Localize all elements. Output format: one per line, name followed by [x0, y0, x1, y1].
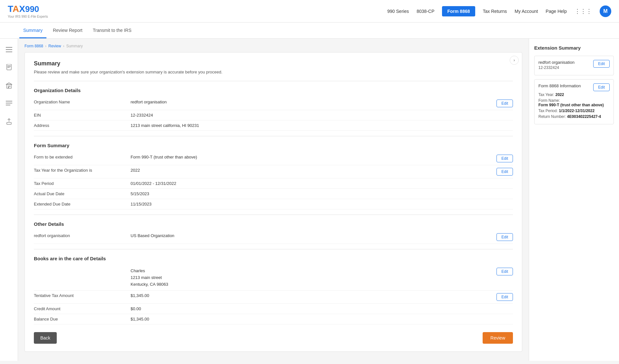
ext-form-name-line: Form Name: Form 990-T (trust other than …: [538, 98, 610, 107]
actual-due-date-value: 5/15/2023: [131, 191, 513, 196]
sidebar-menu-icon[interactable]: [3, 44, 15, 55]
ext-tax-year-label: Tax Year:: [538, 92, 554, 97]
ext-form-section: Form 8868 Information Edit Tax Year: 202…: [534, 79, 614, 124]
svg-rect-3: [7, 64, 11, 70]
org-name-label: Organization Name: [34, 100, 131, 104]
nav-990-series[interactable]: 990 Series: [387, 9, 409, 14]
ext-form-name-label: Form Name:: [538, 98, 560, 103]
ein-label: EIN: [34, 113, 131, 118]
grid-icon[interactable]: ⋮⋮⋮: [575, 8, 592, 15]
ext-return-number-line: Return Number: 4E003402225427-4: [538, 114, 610, 119]
breadcrumb-summary: Summary: [66, 44, 83, 48]
ext-tax-year-value: 2022: [555, 92, 564, 97]
address-label: Address: [34, 123, 131, 128]
breadcrumb-review[interactable]: Review: [48, 44, 61, 48]
ext-tax-period-line: Tax Period: 1/1/2022-12/31/2022: [538, 109, 610, 113]
books-contact-row: Charles 1213 main street Kentucky, CA 98…: [34, 265, 513, 291]
ein-row: EIN 12-2332424: [34, 110, 513, 120]
breadcrumb-sep1: ›: [45, 44, 46, 48]
svg-rect-8: [8, 86, 9, 87]
tax-year-edit-button[interactable]: Edit: [496, 168, 513, 176]
tentative-tax-row: Tentative Tax Amount $1,345.00 Edit: [34, 291, 513, 304]
logo-tax: T: [8, 4, 13, 14]
svg-rect-4: [7, 65, 11, 66]
breadcrumb-sep2: ›: [63, 44, 64, 48]
svg-rect-14: [6, 105, 10, 105]
ext-tax-period-label: Tax Period:: [538, 109, 558, 113]
books-contact-address2: Kentucky, CA 98063: [131, 282, 168, 287]
nav-8038cp[interactable]: 8038-CP: [417, 9, 434, 14]
tentative-tax-edit-button[interactable]: Edit: [496, 293, 513, 301]
tax-year-value: 2022: [131, 168, 496, 173]
bottom-actions: Back Review: [34, 332, 513, 344]
header-nav: 990 Series 8038-CP Form 8868 Tax Returns…: [387, 5, 611, 17]
review-button[interactable]: Review: [483, 332, 513, 344]
avatar[interactable]: M: [600, 5, 611, 17]
ext-form-info-title: Form 8868 Information: [538, 83, 581, 88]
tax-year-row: Tax Year for the Organization is 2022 Ed…: [34, 165, 513, 178]
main-content: Form 8868 › Review › Summary › Summary P…: [18, 39, 529, 361]
tab-bar: Summary Review Report Transmit to the IR…: [0, 23, 619, 39]
svg-rect-9: [9, 86, 10, 87]
form-extended-value: Form 990-T (trust other than above): [131, 155, 496, 159]
org-type-edit-button[interactable]: Edit: [496, 233, 513, 241]
svg-rect-15: [7, 122, 11, 124]
org-name-edit-button[interactable]: Edit: [496, 100, 513, 107]
main-layout: Form 8868 › Review › Summary › Summary P…: [0, 39, 619, 361]
sidebar-document-icon[interactable]: [3, 62, 15, 73]
balance-due-value: $1,345.00: [131, 317, 513, 321]
books-details-title: Books are in the care of Details: [34, 256, 513, 261]
logo-subtitle: Your IRS 990 E-File Experts: [8, 15, 48, 18]
tentative-tax-value: $1,345.00: [131, 293, 496, 298]
address-row: Address 1213 main street california, HI …: [34, 120, 513, 131]
org-type-row: redfort organisation US Based Organizati…: [34, 231, 513, 244]
tab-summary[interactable]: Summary: [19, 23, 46, 38]
tab-transmit-irs[interactable]: Transmit to the IRS: [89, 23, 135, 38]
nav-page-help[interactable]: Page Help: [546, 9, 567, 14]
form-extended-edit-button[interactable]: Edit: [496, 155, 513, 162]
svg-rect-13: [6, 103, 12, 103]
breadcrumb-form8868[interactable]: Form 8868: [25, 44, 43, 48]
collapse-toggle[interactable]: ›: [510, 56, 519, 65]
svg-rect-10: [8, 87, 9, 88]
books-contact-value: Charles 1213 main street Kentucky, CA 98…: [131, 268, 496, 288]
extended-due-date-label: Extended Due Date: [34, 202, 131, 206]
form-summary-title: Form Summary: [34, 143, 513, 148]
logo-x-icon: A: [13, 4, 19, 14]
svg-rect-2: [6, 52, 12, 52]
sidebar-building-icon[interactable]: [3, 80, 15, 91]
breadcrumb: Form 8868 › Review › Summary: [25, 44, 522, 48]
svg-rect-6: [7, 67, 10, 68]
org-name-value: redfort organisation: [131, 100, 496, 104]
credit-amount-value: $0.00: [131, 306, 513, 311]
ext-form-edit-button[interactable]: Edit: [593, 83, 610, 91]
ext-summary-title: Extension Summary: [534, 45, 614, 51]
nav-form8868[interactable]: Form 8868: [442, 6, 475, 16]
svg-rect-12: [6, 101, 12, 101]
nav-my-account[interactable]: My Account: [515, 9, 538, 14]
tax-period-value: 01/01/2022 - 12/31/2022: [131, 181, 513, 186]
ext-org-ein: 12-2332424: [538, 65, 575, 70]
content-area: Form 8868 › Review › Summary › Summary P…: [18, 39, 619, 361]
summary-subtitle: Please review and make sure your organiz…: [34, 70, 513, 74]
tentative-tax-label: Tentative Tax Amount: [34, 293, 131, 298]
ein-value: 12-2332424: [131, 113, 513, 118]
extended-due-date-value: 11/15/2023: [131, 202, 513, 206]
sidebar-icons: [0, 39, 18, 361]
svg-rect-0: [6, 47, 12, 48]
credit-amount-row: Credit Amount $0.00: [34, 304, 513, 314]
nav-tax-returns[interactable]: Tax Returns: [483, 9, 507, 14]
tab-review-report[interactable]: Review Report: [49, 23, 86, 38]
ext-org-edit-button[interactable]: Edit: [593, 60, 610, 68]
credit-amount-label: Credit Amount: [34, 306, 131, 311]
sidebar-upload-icon[interactable]: [3, 116, 15, 128]
org-details-title: Organization Details: [34, 88, 513, 93]
logo-tax2: X: [19, 4, 25, 14]
tax-period-label: Tax Period: [34, 181, 131, 186]
books-contact-edit-button[interactable]: Edit: [496, 268, 513, 275]
org-type-label: redfort organisation: [34, 233, 131, 238]
sidebar-list-icon[interactable]: [3, 98, 15, 110]
logo: TAX990 Your IRS 990 E-File Experts: [8, 4, 48, 18]
back-button[interactable]: Back: [34, 332, 57, 344]
books-contact-name: Charles: [131, 268, 145, 273]
